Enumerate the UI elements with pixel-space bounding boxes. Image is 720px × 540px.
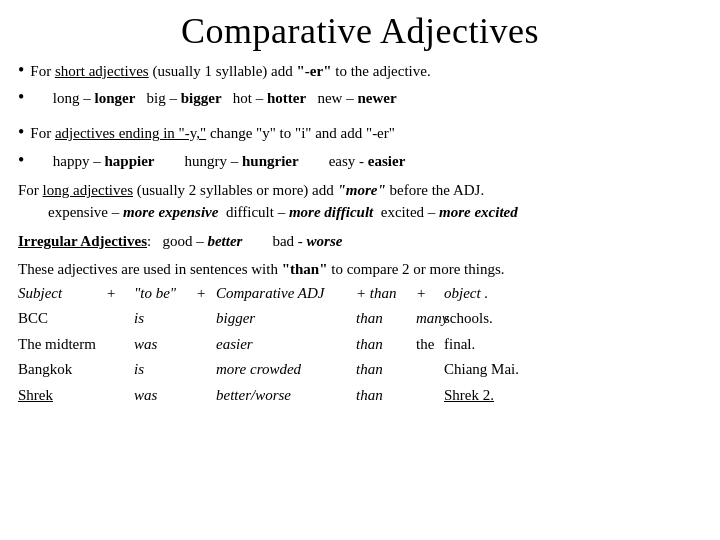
- more-expensive: more expensive: [123, 204, 218, 220]
- bullet-4: •: [18, 148, 24, 173]
- bangkok-obj: Chiang Mai.: [444, 357, 534, 383]
- bullet-3: •: [18, 120, 24, 145]
- better: better: [207, 233, 242, 249]
- bcc-obj: schools.: [444, 306, 534, 332]
- bcc-subject: BCC: [18, 306, 106, 332]
- table-row-midterm: The midterm was easier than the final.: [18, 332, 702, 358]
- midterm-obj: final.: [444, 332, 534, 358]
- long-adj-rule: For long adjectives (usually 2 syllables…: [18, 179, 702, 202]
- bangkok-plus2: [196, 357, 216, 383]
- shrek-than: than: [356, 383, 416, 409]
- midterm-subject: The midterm: [18, 332, 106, 358]
- hungrier: hungrier: [242, 153, 299, 169]
- short-adj-rule: For short adjectives (usually 1 syllable…: [30, 60, 430, 83]
- than-quote: "than": [282, 261, 328, 277]
- table-row-bangkok: Bangkok is more crowded than Chiang Mai.: [18, 357, 702, 383]
- midterm-extra: the: [416, 332, 444, 358]
- header-than: + than: [356, 281, 416, 307]
- bullet-1: •: [18, 58, 24, 83]
- irregular-label: Irregular Adjectives: [18, 233, 147, 249]
- comparison-table: Subject + "to be" + Comparative ADJ + th…: [18, 281, 702, 409]
- bangkok-subject: Bangkok: [18, 357, 106, 383]
- shrek-extra: [416, 383, 444, 409]
- bangkok-verb: is: [134, 357, 196, 383]
- table-header-row: Subject + "to be" + Comparative ADJ + th…: [18, 281, 702, 307]
- worse: worse: [307, 233, 343, 249]
- y-adj-underline: adjectives ending in "-y,": [55, 125, 206, 141]
- midterm-than: than: [356, 332, 416, 358]
- more-difficult: more difficult: [289, 204, 373, 220]
- header-comp-adj: Comparative ADJ: [216, 281, 356, 307]
- y-adj-examples: happy – happier hungry – hungrier easy -…: [30, 150, 405, 173]
- header-subject: Subject: [18, 281, 106, 307]
- bcc-plus2: [196, 306, 216, 332]
- table-row-bcc: BCC is bigger than many schools.: [18, 306, 702, 332]
- shrek-verb: was: [134, 383, 196, 409]
- header-object: object .: [444, 281, 534, 307]
- midterm-verb: was: [134, 332, 196, 358]
- shrek-adj: better/worse: [216, 383, 356, 409]
- header-plus2: +: [196, 281, 216, 307]
- bcc-extra: many: [416, 306, 444, 332]
- midterm-plus: [106, 332, 134, 358]
- header-plus3: +: [416, 281, 444, 307]
- midterm-adj: easier: [216, 332, 356, 358]
- bcc-plus: [106, 306, 134, 332]
- more-excited: more excited: [439, 204, 518, 220]
- irregular-line: Irregular Adjectives: good – better bad …: [18, 230, 702, 253]
- bullet-row-1: • For short adjectives (usually 1 syllab…: [18, 58, 702, 83]
- section-irregular: Irregular Adjectives: good – better bad …: [18, 230, 702, 253]
- bullet-row-3: • For adjectives ending in "-y," change …: [18, 120, 702, 145]
- longer: longer: [94, 90, 135, 106]
- shrek-obj: Shrek 2.: [444, 383, 534, 409]
- hotter: hotter: [267, 90, 306, 106]
- short-adj-underline: short adjectives: [55, 63, 149, 79]
- bullet-row-4: • happy – happier hungry – hungrier easy…: [18, 148, 702, 173]
- newer: newer: [357, 90, 396, 106]
- bangkok-extra: [416, 357, 444, 383]
- shrek-subject: Shrek: [18, 383, 106, 409]
- easier: easier: [368, 153, 405, 169]
- bangkok-than: than: [356, 357, 416, 383]
- bigger: bigger: [181, 90, 222, 106]
- bcc-adj: bigger: [216, 306, 356, 332]
- table-row-shrek: Shrek was better/worse than Shrek 2.: [18, 383, 702, 409]
- header-plus1: +: [106, 281, 134, 307]
- header-tobe: "to be": [134, 281, 196, 307]
- shrek-plus: [106, 383, 134, 409]
- bangkok-plus: [106, 357, 134, 383]
- bullet-2: •: [18, 85, 24, 110]
- page-title: Comparative Adjectives: [18, 10, 702, 52]
- section-long-adjectives: For long adjectives (usually 2 syllables…: [18, 179, 702, 224]
- bcc-than: than: [356, 306, 416, 332]
- y-adj-rule: For adjectives ending in "-y," change "y…: [30, 122, 395, 145]
- bcc-verb: is: [134, 306, 196, 332]
- short-adj-examples: long – longer big – bigger hot – hotter …: [30, 87, 396, 110]
- bangkok-adj: more crowded: [216, 357, 356, 383]
- long-adj-examples: expensive – more expensive difficult – m…: [48, 201, 702, 224]
- section-usage: These adjectives are used in sentences w…: [18, 258, 702, 408]
- midterm-plus2: [196, 332, 216, 358]
- bullet-row-2: • long – longer big – bigger hot – hotte…: [18, 85, 702, 110]
- er-quote: "-er": [297, 63, 332, 79]
- more-quote: "more": [338, 182, 386, 198]
- long-adj-underline: long adjectives: [43, 182, 133, 198]
- usage-intro: These adjectives are used in sentences w…: [18, 258, 702, 281]
- happier: happier: [104, 153, 154, 169]
- section-y-adjectives: • For adjectives ending in "-y," change …: [18, 120, 702, 172]
- shrek-plus2: [196, 383, 216, 409]
- section-short-adjectives: • For short adjectives (usually 1 syllab…: [18, 58, 702, 110]
